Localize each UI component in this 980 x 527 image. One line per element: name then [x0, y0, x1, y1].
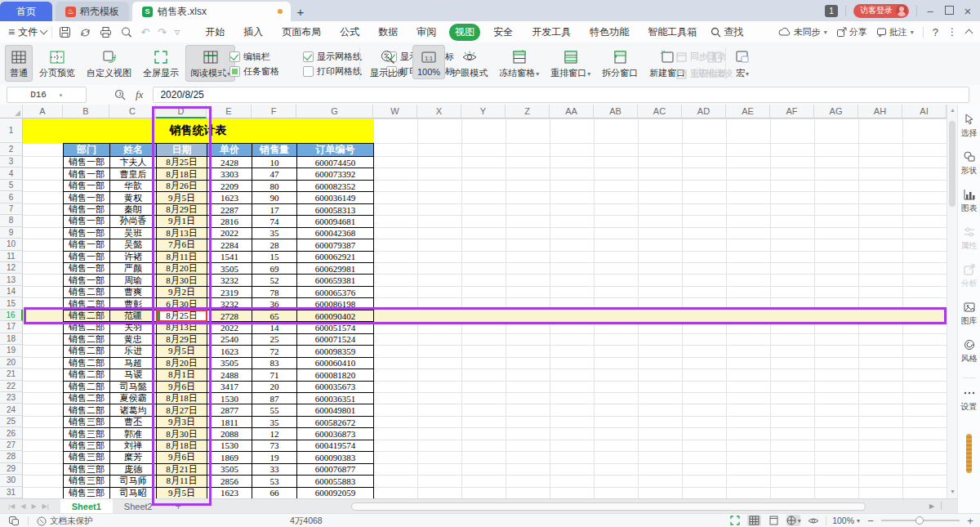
- cell[interactable]: 销售二部: [63, 333, 110, 346]
- row-header-6[interactable]: 6: [0, 191, 23, 203]
- sidebar-item-图表[interactable]: 图表: [961, 188, 978, 214]
- cell[interactable]: 范疆: [109, 310, 157, 322]
- column-header-D[interactable]: D: [156, 105, 207, 118]
- cell[interactable]: 8月30日: [156, 427, 207, 440]
- cell[interactable]: 72: [252, 345, 297, 357]
- cell[interactable]: 8月20日: [156, 357, 207, 369]
- share-button[interactable]: 分享: [836, 26, 867, 38]
- menu-开始[interactable]: 开始: [199, 24, 230, 41]
- cell[interactable]: 销售一部: [63, 239, 110, 251]
- cell[interactable]: 3505: [207, 463, 252, 476]
- cell[interactable]: 600419574: [296, 440, 374, 452]
- cell[interactable]: 销售二部: [63, 297, 110, 310]
- minimize-button[interactable]: –: [924, 5, 936, 17]
- menu-特色功能[interactable]: 特色功能: [584, 24, 635, 41]
- cell[interactable]: 销售一部: [63, 274, 110, 286]
- cell[interactable]: 销售一部: [63, 180, 110, 192]
- cell[interactable]: 2877: [207, 404, 252, 416]
- cell[interactable]: 3232: [207, 274, 252, 286]
- print-preview-icon[interactable]: [120, 26, 132, 38]
- cell[interactable]: 600060410: [296, 357, 374, 369]
- cell[interactable]: 庞德: [109, 463, 157, 476]
- cell[interactable]: 2540: [207, 333, 252, 346]
- horizontal-scrollbar-thumb[interactable]: [351, 502, 866, 511]
- tab-home[interactable]: 首页: [0, 2, 52, 21]
- reading-mode-icon[interactable]: ▾: [786, 515, 800, 526]
- cell[interactable]: 8月13日: [156, 227, 207, 239]
- cell[interactable]: 3505: [207, 357, 252, 369]
- cell[interactable]: 销售二部: [63, 404, 110, 416]
- cell[interactable]: 9月3日: [156, 416, 207, 428]
- header-cell-姓名[interactable]: 姓名: [109, 143, 157, 157]
- cell[interactable]: 8月13日: [156, 321, 207, 333]
- cell[interactable]: 8月21日: [156, 463, 207, 476]
- ribbon-button-100%[interactable]: 1:1100%: [412, 45, 445, 79]
- column-header-G[interactable]: G: [296, 105, 373, 118]
- cell[interactable]: 35: [252, 227, 297, 239]
- header-cell-订单编号[interactable]: 订单编号: [296, 143, 374, 157]
- cell[interactable]: 3303: [207, 167, 252, 180]
- cell[interactable]: 销售三部: [63, 487, 110, 499]
- cell[interactable]: 糜芳: [109, 451, 157, 463]
- column-header-E[interactable]: E: [207, 105, 252, 118]
- row-header-1[interactable]: 1: [0, 118, 23, 143]
- cell[interactable]: 销售二部: [63, 321, 110, 333]
- cell[interactable]: 15: [252, 251, 297, 263]
- save-icon[interactable]: [59, 26, 71, 38]
- cell[interactable]: 夏侯霸: [109, 392, 157, 404]
- cell[interactable]: 销售一部: [63, 262, 110, 275]
- cell[interactable]: 53: [252, 475, 297, 487]
- tab-docer-templates[interactable]: ♨ 稻壳模板: [56, 2, 129, 21]
- close-button[interactable]: ×: [962, 4, 973, 18]
- ribbon-button-重排窗口[interactable]: 重排窗口▾: [546, 45, 595, 82]
- name-box[interactable]: D16 ▾: [7, 87, 87, 103]
- row-header-17[interactable]: 17: [0, 321, 23, 333]
- cell[interactable]: 600090402: [296, 310, 374, 322]
- guest-login-button[interactable]: 访客登录: [853, 4, 909, 18]
- row-header-7[interactable]: 7: [0, 203, 23, 215]
- cell[interactable]: 2728: [207, 310, 252, 322]
- cell[interactable]: 2428: [207, 156, 252, 168]
- cell[interactable]: 20: [252, 381, 297, 393]
- cell[interactable]: 1530: [207, 440, 252, 452]
- cell[interactable]: 销售一部: [63, 215, 110, 227]
- cell[interactable]: 2488: [207, 368, 252, 381]
- window-count-badge[interactable]: 1: [825, 5, 838, 17]
- sidebar-item-形状[interactable]: 形状: [961, 150, 978, 176]
- search-menu[interactable]: 查找: [710, 25, 743, 39]
- row-header-27[interactable]: 27: [0, 440, 23, 451]
- cell[interactable]: 600071524: [296, 333, 374, 346]
- menu-插入[interactable]: 插入: [238, 24, 269, 41]
- cell[interactable]: 8月18日: [156, 167, 207, 180]
- cell[interactable]: 吴班: [109, 227, 157, 239]
- cell[interactable]: 销售一部: [63, 203, 110, 216]
- cell[interactable]: 关羽: [109, 321, 157, 333]
- column-header-C[interactable]: C: [109, 105, 156, 118]
- select-all-corner[interactable]: [0, 105, 23, 118]
- zoom-in-button[interactable]: +: [965, 515, 975, 527]
- cell[interactable]: 9月5日: [156, 191, 207, 203]
- cell[interactable]: 马谡: [109, 368, 157, 381]
- cell[interactable]: 2088: [207, 427, 252, 440]
- row-header-25[interactable]: 25: [0, 416, 23, 427]
- row-header-12[interactable]: 12: [0, 262, 23, 274]
- cell[interactable]: 曹彰: [109, 297, 157, 310]
- cell[interactable]: 17: [252, 203, 297, 216]
- kebab-menu-icon[interactable]: ⋮: [947, 26, 957, 38]
- cell[interactable]: 600081820: [296, 368, 374, 381]
- cell[interactable]: 600090383: [296, 451, 374, 463]
- header-cell-销售量[interactable]: 销售量: [252, 143, 297, 157]
- cell[interactable]: 刘禅: [109, 440, 157, 452]
- column-header-AH[interactable]: AH: [858, 105, 902, 118]
- cell[interactable]: 秦朗: [109, 203, 157, 216]
- cell[interactable]: 孙尚香: [109, 215, 157, 227]
- cell[interactable]: 600082352: [296, 180, 374, 192]
- cell[interactable]: 3232: [207, 297, 252, 310]
- ribbon-button-护眼模式[interactable]: 护眼模式: [447, 45, 492, 82]
- cell[interactable]: 8月11日: [156, 251, 207, 263]
- cell[interactable]: 8月18日: [156, 392, 207, 404]
- sidebar-item-图库[interactable]: 图库: [961, 301, 978, 327]
- sheet-tab-Sheet1[interactable]: Sheet1: [60, 499, 113, 513]
- cell[interactable]: 1541: [207, 251, 252, 263]
- cell[interactable]: 1623: [207, 345, 252, 357]
